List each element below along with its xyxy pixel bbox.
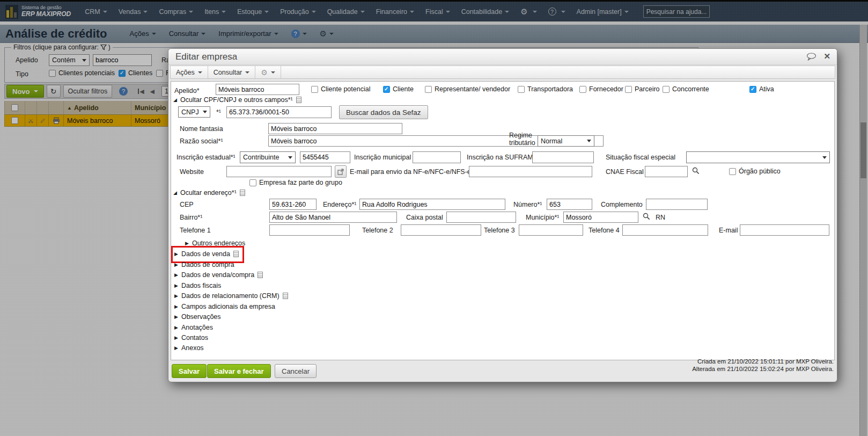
numero-input[interactable]	[547, 199, 592, 210]
caixa-postal-input[interactable]	[446, 212, 516, 223]
form-config-icon[interactable]	[240, 190, 245, 196]
section-dados-compra[interactable]: ▶Dados de compra	[174, 261, 234, 268]
collapse-closed-icon: ▶	[185, 241, 189, 246]
section-observacoes[interactable]: ▶Observações	[174, 313, 221, 321]
collapse-closed-icon: ▶	[174, 345, 178, 351]
type-representante[interactable]: Representante/ vendedor	[425, 85, 510, 93]
type-ativa[interactable]: Ativa	[749, 85, 774, 93]
regime-select[interactable]: Normal	[538, 135, 594, 147]
type-concorrente[interactable]: Concorrente	[663, 85, 709, 93]
cnae-input[interactable]	[645, 166, 688, 177]
collapse-closed-icon: ▶	[174, 272, 178, 278]
form-config-icon[interactable]	[258, 272, 263, 278]
collapse-closed-icon: ▶	[174, 314, 178, 319]
section-campos-adicionais[interactable]: ▶Campos adicionais da empresa	[174, 303, 275, 310]
sfe-select[interactable]	[686, 151, 830, 163]
tel3-label: Telefone 3	[484, 227, 515, 234]
checkbox[interactable]	[311, 86, 318, 93]
dialog-footer: Salvar Salvar e fechar Cancelar Criada e…	[171, 358, 835, 380]
app-screen: Sistema de gestão ERP MAXIPROD CRM Venda…	[0, 0, 868, 436]
cnae-label: CNAE Fiscal	[606, 168, 644, 176]
checkbox[interactable]	[729, 168, 736, 175]
email-input[interactable]	[740, 224, 829, 236]
type-transportadora[interactable]: Transportadora	[518, 85, 573, 93]
dialog-menu-consultar[interactable]: Consultar	[208, 66, 256, 78]
checkbox[interactable]	[579, 86, 586, 93]
suframa-input[interactable]	[532, 151, 594, 163]
tel4-input[interactable]	[622, 224, 708, 236]
collapse-closed-icon: ▶	[174, 335, 178, 340]
save-button[interactable]: Salvar	[172, 364, 207, 378]
checkbox[interactable]	[249, 179, 256, 186]
edit-company-dialog: Editar empresa ✕ Ações Consultar ⚙ Apeli…	[168, 48, 837, 382]
doc-type-select[interactable]: CNPJ	[178, 106, 210, 118]
section-anotacoes[interactable]: ▶Anotações	[174, 324, 213, 331]
section-anexos[interactable]: ▶Anexos	[174, 344, 204, 352]
search-icon[interactable]	[643, 213, 650, 222]
checkbox[interactable]	[749, 86, 756, 93]
email-nfe-input[interactable]	[469, 166, 592, 177]
checkbox[interactable]	[518, 86, 525, 93]
type-cliente-potencial[interactable]: Cliente potencial	[311, 85, 370, 93]
checkbox[interactable]	[425, 86, 432, 93]
bairro-label: Bairro*¹	[180, 214, 202, 221]
tel4-label: Telefone 4	[589, 227, 620, 234]
tel1-label: Telefone 1	[180, 227, 211, 234]
tel1-input[interactable]	[269, 224, 350, 236]
search-icon[interactable]	[692, 167, 700, 177]
form-config-icon[interactable]	[283, 293, 288, 299]
cep-input[interactable]	[269, 199, 317, 210]
complemento-input[interactable]	[646, 199, 708, 210]
type-fornecedor[interactable]: Fornecedor	[579, 85, 623, 93]
ie-type-select[interactable]: Contribuinte	[240, 151, 296, 163]
checkbox[interactable]	[383, 86, 390, 93]
chevron-down-icon	[288, 156, 292, 159]
collapse-closed-icon: ▶	[174, 293, 178, 299]
tel3-input[interactable]	[519, 224, 583, 236]
collapse-closed-icon: ▶	[174, 262, 178, 267]
section-dados-venda[interactable]: ▶Dados de venda	[174, 250, 239, 258]
sefaz-search-button[interactable]: Buscar dados da Sefaz	[339, 105, 428, 119]
chevron-down-icon	[822, 156, 827, 159]
section-dados-crm[interactable]: ▶Dados de relacionamento (CRM)	[174, 292, 288, 300]
cancel-button[interactable]: Cancelar	[275, 364, 317, 378]
checkbox[interactable]	[625, 86, 632, 93]
grupo-checkbox-item[interactable]: Empresa faz parte do grupo	[249, 179, 342, 186]
dialog-titlebar[interactable]: Editar empresa ✕	[168, 49, 837, 65]
dialog-menu-settings[interactable]: ⚙	[255, 66, 281, 78]
section-outros-enderecos[interactable]: ▶Outros endereços	[185, 239, 245, 247]
tel2-input[interactable]	[401, 224, 481, 236]
form-config-icon[interactable]	[233, 251, 239, 257]
save-and-close-button[interactable]: Salvar e fechar	[207, 364, 271, 378]
section-dados-venda-compra[interactable]: ▶Dados de venda/compra	[174, 271, 263, 279]
municipio-input[interactable]	[563, 212, 638, 223]
cnpj-input[interactable]	[226, 106, 332, 118]
ie-label: Inscrição estadual*¹	[176, 154, 236, 161]
endereco-input[interactable]	[359, 199, 505, 210]
sfe-label: Situação fiscal especial	[606, 154, 675, 161]
close-icon[interactable]: ✕	[823, 52, 830, 61]
apelido-input[interactable]	[216, 84, 299, 95]
external-link-button[interactable]	[335, 165, 347, 178]
section-endereco-toggle[interactable]: ◢Ocultar endereço*¹	[173, 189, 245, 197]
dialog-menu-acoes[interactable]: Ações	[171, 66, 208, 78]
doc-required-mark: *¹	[216, 108, 221, 116]
orgao-publico-checkbox-item[interactable]: Órgão público	[729, 168, 781, 175]
section-cpf-cnpj-toggle[interactable]: ◢Ocultar CPF/CNPJ e outros campos*¹	[173, 96, 301, 104]
form-config-icon[interactable]	[296, 97, 301, 103]
im-input[interactable]	[413, 151, 461, 163]
collapse-closed-icon: ▶	[174, 251, 178, 257]
checkbox[interactable]	[663, 86, 670, 93]
endereco-label: Endereço*¹	[323, 201, 357, 208]
ie-input[interactable]	[300, 151, 350, 163]
type-cliente[interactable]: Cliente	[383, 85, 414, 93]
chevron-down-icon	[203, 111, 207, 113]
section-contatos[interactable]: ▶Contatos	[174, 334, 208, 341]
bairro-input[interactable]	[269, 212, 397, 223]
website-input[interactable]	[226, 166, 332, 177]
collapse-open-icon: ◢	[173, 97, 177, 103]
section-dados-fiscais[interactable]: ▶Dados fiscais	[174, 282, 221, 289]
nome-fantasia-input[interactable]	[268, 123, 402, 134]
comment-bubble-icon[interactable]	[806, 53, 816, 63]
type-parceiro[interactable]: Parceiro	[625, 85, 660, 93]
